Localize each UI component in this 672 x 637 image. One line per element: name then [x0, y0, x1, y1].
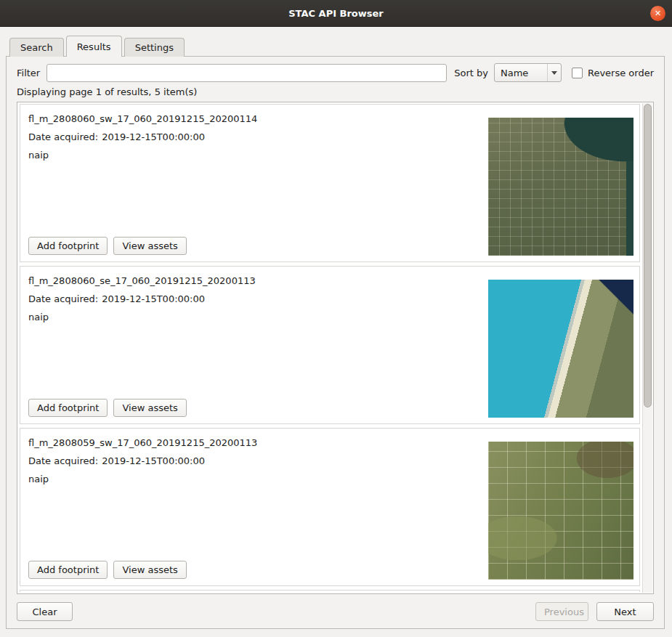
card-button-row: Add footprint View assets: [28, 399, 187, 417]
sort-dropdown-value: Name: [501, 68, 528, 78]
view-assets-button[interactable]: View assets: [113, 561, 186, 579]
results-panel: Filter Sort by Name Reverse order Displa…: [6, 56, 665, 629]
filter-toolbar: Filter Sort by Name Reverse order: [17, 63, 654, 82]
close-button[interactable]: ✕: [650, 6, 665, 21]
card-button-row: Add footprint View assets: [28, 237, 187, 255]
previous-button[interactable]: Previous: [535, 602, 588, 621]
date-acquired-label: Date acquired:: [28, 131, 98, 142]
thumbnail-image: [488, 118, 633, 256]
add-footprint-button[interactable]: Add footprint: [28, 399, 108, 417]
status-text: Displaying page 1 of results, 5 item(s): [17, 86, 197, 97]
result-card: fl_m_2808059_sw_17_060_20191215_20200113…: [20, 428, 640, 586]
tab-search[interactable]: Search: [9, 38, 64, 57]
date-acquired-label: Date acquired:: [28, 455, 98, 466]
thumbnail-image: [488, 280, 633, 418]
close-icon: ✕: [655, 9, 661, 17]
filter-label: Filter: [17, 68, 40, 78]
results-viewport: fl_m_2808060_sw_17_060_20191215_20200114…: [20, 104, 640, 592]
chevron-down-icon: [551, 71, 557, 75]
reverse-order-label: Reverse order: [588, 68, 654, 78]
result-card-partial: [20, 590, 640, 592]
date-acquired-value: 2019-12-15T00:00:00: [102, 455, 205, 466]
tab-bar: Search Results Settings: [9, 36, 187, 57]
view-assets-button[interactable]: View assets: [113, 399, 186, 417]
stac-api-browser-window: STAC API Browser ✕ Search Results Settin…: [0, 0, 672, 637]
add-footprint-button[interactable]: Add footprint: [28, 561, 108, 579]
dropdown-arrow-zone: [547, 64, 561, 81]
sort-dropdown[interactable]: Name: [494, 63, 562, 82]
thumbnail-image: [488, 442, 633, 580]
tab-settings[interactable]: Settings: [124, 38, 185, 57]
window-title: STAC API Browser: [288, 8, 384, 19]
add-footprint-button[interactable]: Add footprint: [28, 237, 108, 255]
card-button-row: Add footprint View assets: [28, 561, 187, 579]
view-assets-button[interactable]: View assets: [113, 237, 186, 255]
titlebar: STAC API Browser ✕: [0, 0, 672, 27]
footer-bar: Clear Previous Next: [17, 602, 654, 622]
date-acquired-value: 2019-12-15T00:00:00: [102, 131, 205, 142]
sort-by-label: Sort by: [454, 68, 488, 78]
next-button[interactable]: Next: [596, 602, 654, 621]
filter-input[interactable]: [46, 64, 447, 82]
clear-button[interactable]: Clear: [17, 602, 73, 621]
date-acquired-label: Date acquired:: [28, 293, 98, 304]
results-list: fl_m_2808060_sw_17_060_20191215_20200114…: [17, 102, 654, 594]
reverse-order-checkbox[interactable]: [572, 68, 583, 78]
date-acquired-value: 2019-12-15T00:00:00: [102, 293, 205, 304]
result-card: fl_m_2808060_sw_17_060_20191215_20200114…: [20, 104, 640, 262]
result-card: fl_m_2808060_se_17_060_20191215_20200113…: [20, 266, 640, 424]
scrollbar-handle[interactable]: [644, 104, 652, 407]
vertical-scrollbar[interactable]: [642, 103, 652, 593]
tab-results[interactable]: Results: [66, 36, 122, 57]
